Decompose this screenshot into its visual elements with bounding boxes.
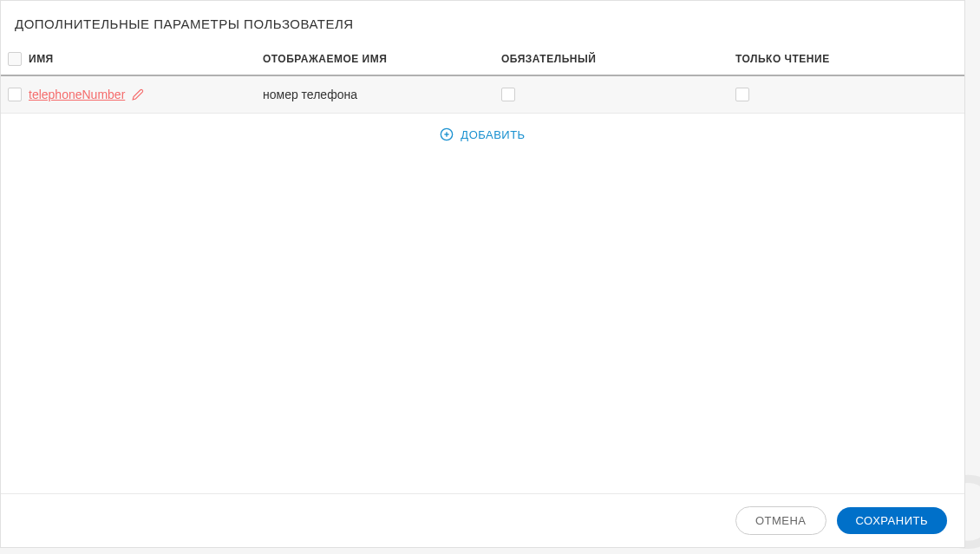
column-header-readonly[interactable]: ТОЛЬКО ЧТЕНИЕ xyxy=(735,53,964,65)
row-display-name: номер телефона xyxy=(263,88,357,101)
add-button[interactable]: ДОБАВИТЬ xyxy=(1,114,964,155)
column-header-display[interactable]: ОТОБРАЖАЕМОЕ ИМЯ xyxy=(263,53,501,65)
row-required-checkbox[interactable] xyxy=(501,88,515,101)
table-row: telephoneNumber номер телефона xyxy=(1,76,964,114)
row-checkbox[interactable] xyxy=(8,88,22,101)
table-container: ИМЯ ОТОБРАЖАЕМОЕ ИМЯ ОБЯЗАТЕЛЬНЫЙ ТОЛЬКО… xyxy=(1,43,964,493)
plus-circle-icon xyxy=(440,127,454,141)
row-readonly-checkbox[interactable] xyxy=(735,88,749,101)
modal-footer: ОТМЕНА СОХРАНИТЬ xyxy=(1,493,964,547)
cancel-button[interactable]: ОТМЕНА xyxy=(735,506,826,535)
modal-title: ДОПОЛНИТЕЛЬНЫЕ ПАРАМЕТРЫ ПОЛЬЗОВАТЕЛЯ xyxy=(15,16,951,31)
edit-icon[interactable] xyxy=(132,88,144,101)
row-name-link[interactable]: telephoneNumber xyxy=(29,88,125,101)
user-params-modal: ДОПОЛНИТЕЛЬНЫЕ ПАРАМЕТРЫ ПОЛЬЗОВАТЕЛЯ ИМ… xyxy=(0,0,965,548)
modal-header: ДОПОЛНИТЕЛЬНЫЕ ПАРАМЕТРЫ ПОЛЬЗОВАТЕЛЯ xyxy=(1,1,964,43)
select-all-checkbox[interactable] xyxy=(8,52,22,66)
save-button[interactable]: СОХРАНИТЬ xyxy=(837,507,947,534)
add-label: ДОБАВИТЬ xyxy=(461,128,525,141)
table-header-row: ИМЯ ОТОБРАЖАЕМОЕ ИМЯ ОБЯЗАТЕЛЬНЫЙ ТОЛЬКО… xyxy=(1,43,964,76)
column-header-name[interactable]: ИМЯ xyxy=(29,53,263,65)
column-header-required[interactable]: ОБЯЗАТЕЛЬНЫЙ xyxy=(501,53,735,65)
